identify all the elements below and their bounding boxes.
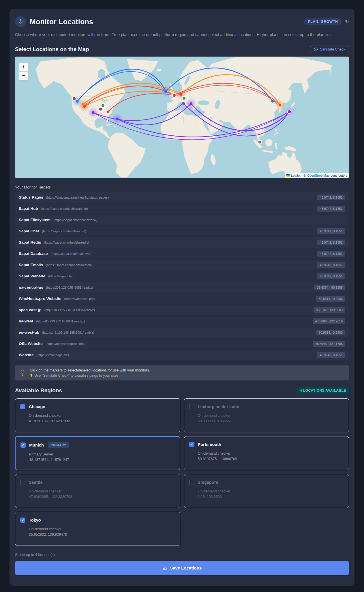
coords-badge: 47.3066, -122.2619 xyxy=(313,318,345,324)
coords-badge: 50.8514, -0.9903 xyxy=(316,330,345,335)
coords-badge: 48.9742, 8.1851 xyxy=(317,251,345,257)
map-marker-tokyo-region[interactable] xyxy=(288,110,291,113)
target-row: Sapat Emails(https://sapat.chat/healthz/… xyxy=(15,260,349,270)
target-row: Sapat Redis(https://sapat.chat/healthz/r… xyxy=(15,237,349,248)
refresh-icon[interactable]: ↻ xyxy=(345,19,349,25)
map-marker-munich-region[interactable] xyxy=(182,96,186,100)
target-row: OSL Website(https://openstartuplist.com)… xyxy=(15,339,349,349)
region-card-munich[interactable]: ✓MunichPRIMARY Primary Server48.1371541,… xyxy=(15,436,180,470)
region-card-singapore[interactable]: Singapore On-demand checker1.29, 103.850… xyxy=(184,474,349,508)
coords-badge: 38.6364, -90.1985 xyxy=(314,285,345,290)
simulate-check-button[interactable]: Simulate Check xyxy=(310,46,349,53)
region-cards: ✓Chicago On-demand checker41.8781136, -8… xyxy=(15,398,349,546)
map-section-title: Select Locations on the Map xyxy=(15,46,89,53)
coords-badge: 45.5945, -121.1786 xyxy=(313,341,345,347)
locations-available-badge: 4 LOCATIONS AVAILABLE xyxy=(297,387,349,394)
region-card-portsmouth[interactable]: ✓Portsmouth On-demand checker50.8197675,… xyxy=(184,436,349,470)
region-card-tokyo[interactable]: ✓Tokyo On-demand checker35.652832, 139.8… xyxy=(15,512,180,546)
tip-box: Click on the markers to select/deselect … xyxy=(15,365,349,380)
target-row: na-central-us(http://209.126.0.56:8081/r… xyxy=(15,282,349,293)
region-card-limburg[interactable]: Limburg an der Lahn On-demand checker50.… xyxy=(184,398,349,432)
save-locations-button[interactable]: Save Locations xyxy=(15,561,349,575)
target-row: Sapat Hub(https://sapat.chat/healthz/adm… xyxy=(15,203,349,214)
coords-badge: 35.6761, 139.6503 xyxy=(314,307,345,313)
region-card-seattle[interactable]: Seattle On-demand checker47.6062095, -12… xyxy=(15,474,180,508)
coords-badge: 48.9742, 8.1851 xyxy=(317,206,345,212)
tip-line-1: Click on the markers to select/deselect … xyxy=(30,368,150,372)
target-row: Sapat Database(https://sapat.chat/health… xyxy=(15,249,349,259)
coords-badge: 48.9742, 8.1851 xyxy=(317,195,345,200)
plan-badge: PLAN: GROWTH xyxy=(304,18,341,25)
map-attribution: Leaflet | © OpenStreetMap contributors xyxy=(285,173,349,178)
map-marker-chicago-region[interactable] xyxy=(101,103,105,107)
map-marker-us-red-target[interactable] xyxy=(83,105,86,108)
checkbox-unchecked-icon[interactable] xyxy=(189,404,194,409)
coords-badge: 48.9742, 8.1851 xyxy=(317,262,345,268)
map-marker-seattle-target[interactable] xyxy=(76,100,79,102)
region-card-chicago[interactable]: ✓Chicago On-demand checker41.8781136, -8… xyxy=(15,398,180,432)
coords-badge: 48.9742, 8.1851 xyxy=(317,228,345,234)
map-zoom-control: + − xyxy=(19,63,29,81)
world-map[interactable]: + − Leaflet | © OpenStreetMap contributo… xyxy=(15,57,349,178)
lightbulb-icon xyxy=(20,369,25,377)
map-marker-karlsruhe-target[interactable] xyxy=(180,93,182,96)
map-marker-us-red-target-2[interactable] xyxy=(107,110,110,113)
mini-lightbulb-icon xyxy=(30,373,33,378)
coords-badge: 48.9742, 8.1851 xyxy=(317,240,345,245)
play-circle-icon xyxy=(314,47,318,51)
target-row: Status Pages(https://statuspage.me/healt… xyxy=(15,192,349,203)
target-row: eu-west-uk(http://149.102.146.185:8081/r… xyxy=(15,327,349,338)
coords-badge: 48.9742, 8.1851 xyxy=(317,273,345,279)
map-marker-portsmouth-region[interactable] xyxy=(172,93,176,97)
page-title: Monitor Locations xyxy=(30,18,93,26)
selection-limit-note: Select up to 4 location(s). xyxy=(15,553,349,557)
monitor-locations-panel: Monitor Locations PLAN: GROWTH ↻ Choose … xyxy=(10,9,354,586)
map-marker-singapore-region[interactable] xyxy=(258,140,262,144)
osm-link[interactable]: OpenStreetMap xyxy=(307,174,330,177)
target-row: Sapat Filesystem(https://sapat.chat/heal… xyxy=(15,215,349,225)
map-marker-eu-blue-target[interactable] xyxy=(165,90,167,93)
checkbox-checked-icon[interactable]: ✓ xyxy=(20,404,25,409)
zoom-out-button[interactable]: − xyxy=(19,72,28,80)
header: Monitor Locations PLAN: GROWTH ↻ xyxy=(15,16,349,27)
regions-heading: Available Regions xyxy=(15,387,62,394)
checkbox-checked-icon[interactable]: ✓ xyxy=(189,442,194,447)
target-row: apac-east-jp(http://103.125.216.51:8081/… xyxy=(15,305,349,315)
coords-badge: 48.9742, 8.1851 xyxy=(317,352,345,358)
targets-list: Status Pages(https://statuspage.me/healt… xyxy=(15,192,349,360)
checkbox-unchecked-icon[interactable] xyxy=(20,480,25,485)
map-marker-eu-purple-target[interactable] xyxy=(182,102,185,104)
targets-heading: Your Monitor Targets xyxy=(15,185,349,189)
map-marker-us-purple-target-2[interactable] xyxy=(116,117,119,120)
target-row: Sapat Chat(https://sapat.chat/healthz/ch… xyxy=(15,226,349,236)
zoom-in-button[interactable]: + xyxy=(19,63,28,72)
checkbox-unchecked-icon[interactable] xyxy=(189,480,194,485)
location-pin-icon xyxy=(15,16,26,27)
map-marker-asia-blue-target[interactable] xyxy=(271,100,274,102)
ukraine-flag-icon xyxy=(286,174,290,177)
save-icon xyxy=(162,565,167,570)
checkbox-checked-icon[interactable]: ✓ xyxy=(20,442,26,448)
map-marker-st-louis-target[interactable] xyxy=(99,107,103,111)
map-marker-eu-purple-target-2[interactable] xyxy=(190,102,192,105)
coords-badge: 50.8514, -0.9903 xyxy=(316,296,345,302)
checkbox-checked-icon[interactable]: ✓ xyxy=(20,518,25,523)
map-marker-us-purple-target[interactable] xyxy=(92,111,95,114)
target-row: na-west(http://85.239.233.60:8081/readyz… xyxy=(15,316,349,326)
map-marker-asia-red-target[interactable] xyxy=(279,104,282,106)
target-row: Šapat Website(https://sapat.chat)48.9742… xyxy=(15,271,349,281)
primary-badge: PRIMARY xyxy=(48,442,69,448)
target-row: WhoHosts.pro Website(https://whohosts.pr… xyxy=(15,294,349,304)
target-row: Website(https://statuspage.me)48.9742, 8… xyxy=(15,350,349,360)
leaflet-link[interactable]: Leaflet xyxy=(291,174,301,177)
page-description: Choose where your distributed monitors w… xyxy=(15,32,349,38)
empty-grid-cell xyxy=(184,512,349,546)
tip-line-2: Use "Simulate Check" to visualize pings … xyxy=(30,373,150,378)
